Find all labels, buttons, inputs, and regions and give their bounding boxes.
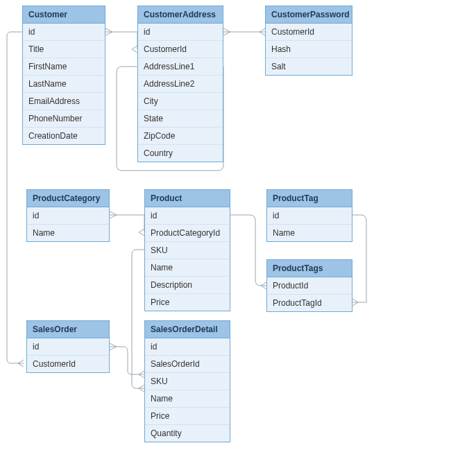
field-row: ProductTagId bbox=[267, 295, 352, 311]
field-row: PhoneNumber bbox=[23, 110, 105, 128]
entity-customer-address[interactable]: CustomerAddress id CustomerId AddressLin… bbox=[137, 6, 223, 162]
field-row: SalesOrderId bbox=[145, 356, 230, 373]
field-row: LastName bbox=[23, 76, 105, 93]
entity-header: CustomerAddress bbox=[138, 6, 223, 24]
field-row: id bbox=[27, 338, 109, 356]
field-row: Name bbox=[145, 390, 230, 408]
field-row: Description bbox=[145, 277, 230, 294]
field-row: AddressLine2 bbox=[138, 76, 223, 93]
field-row: City bbox=[138, 93, 223, 110]
field-row: Price bbox=[145, 408, 230, 425]
field-row: id bbox=[23, 24, 105, 41]
field-row: Salt bbox=[266, 58, 352, 75]
field-row: State bbox=[138, 110, 223, 128]
field-row: id bbox=[138, 24, 223, 41]
field-row: id bbox=[145, 338, 230, 356]
field-row: EmailAddress bbox=[23, 93, 105, 110]
entity-product-category[interactable]: ProductCategory id Name bbox=[26, 189, 110, 242]
entity-sales-order-detail[interactable]: SalesOrderDetail id SalesOrderId SKU Nam… bbox=[144, 320, 230, 442]
field-row: ProductId bbox=[267, 277, 352, 295]
field-row: CustomerId bbox=[27, 356, 109, 372]
field-row: ZipCode bbox=[138, 128, 223, 145]
field-row: Country bbox=[138, 145, 223, 162]
entity-sales-order[interactable]: SalesOrder id CustomerId bbox=[26, 320, 110, 373]
field-row: id bbox=[27, 207, 109, 225]
field-row: CustomerId bbox=[138, 41, 223, 58]
field-row: Name bbox=[267, 225, 352, 241]
entity-header: CustomerPassword bbox=[266, 6, 352, 24]
entity-header: ProductTag bbox=[267, 190, 352, 207]
field-row: Hash bbox=[266, 41, 352, 58]
entity-header: ProductCategory bbox=[27, 190, 109, 207]
field-row: Quantity bbox=[145, 425, 230, 442]
field-row: Price bbox=[145, 294, 230, 311]
entity-customer[interactable]: Customer id Title FirstName LastName Ema… bbox=[22, 6, 105, 145]
entity-header: Product bbox=[145, 190, 230, 207]
field-row: Name bbox=[27, 225, 109, 241]
field-row: SKU bbox=[145, 373, 230, 390]
field-row: Name bbox=[145, 259, 230, 277]
entity-header: Customer bbox=[23, 6, 105, 24]
entity-header: ProductTags bbox=[267, 260, 352, 277]
field-row: CreationDate bbox=[23, 128, 105, 144]
field-row: AddressLine1 bbox=[138, 58, 223, 76]
entity-header: SalesOrder bbox=[27, 321, 109, 338]
entity-customer-password[interactable]: CustomerPassword CustomerId Hash Salt bbox=[265, 6, 352, 76]
field-row: Title bbox=[23, 41, 105, 58]
entity-product-tag[interactable]: ProductTag id Name bbox=[266, 189, 352, 242]
field-row: FirstName bbox=[23, 58, 105, 76]
entity-product[interactable]: Product id ProductCategoryId SKU Name De… bbox=[144, 189, 230, 311]
field-row: id bbox=[267, 207, 352, 225]
field-row: ProductCategoryId bbox=[145, 225, 230, 242]
field-row: SKU bbox=[145, 242, 230, 259]
entity-header: SalesOrderDetail bbox=[145, 321, 230, 338]
entity-product-tags[interactable]: ProductTags ProductId ProductTagId bbox=[266, 259, 352, 312]
field-row: id bbox=[145, 207, 230, 225]
field-row: CustomerId bbox=[266, 24, 352, 41]
